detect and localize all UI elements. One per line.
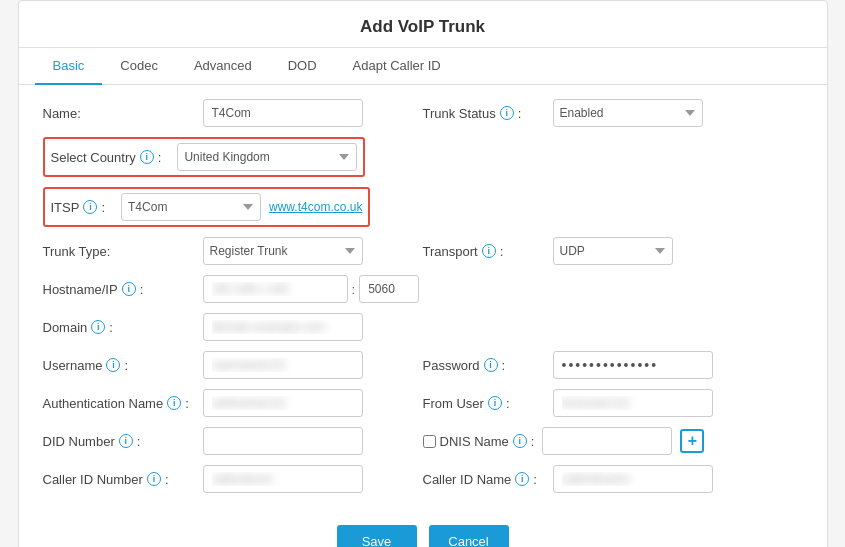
col-trunk-status: Trunk Status i : Enabled bbox=[423, 99, 803, 127]
did-info-icon: i bbox=[119, 434, 133, 448]
select-country-highlight: Select Country i : United Kingdom bbox=[43, 137, 366, 177]
modal-title: Add VoIP Trunk bbox=[19, 1, 827, 48]
password-input[interactable] bbox=[553, 351, 713, 379]
port-input[interactable] bbox=[359, 275, 419, 303]
cancel-button[interactable]: Cancel bbox=[429, 525, 509, 547]
tab-dod[interactable]: DOD bbox=[270, 48, 335, 85]
username-info-icon: i bbox=[106, 358, 120, 372]
caller-id-number-info-icon: i bbox=[147, 472, 161, 486]
itsp-select[interactable]: T4Com bbox=[121, 193, 261, 221]
dnis-name-input[interactable] bbox=[542, 427, 672, 455]
name-input[interactable] bbox=[203, 99, 363, 127]
row-username-password: Username i : Password i : bbox=[43, 351, 803, 379]
col-from-user: From User i : bbox=[423, 389, 803, 417]
username-input[interactable] bbox=[203, 351, 363, 379]
dnis-checkbox[interactable] bbox=[423, 435, 436, 448]
name-label: Name: bbox=[43, 106, 203, 121]
caller-id-name-info-icon: i bbox=[515, 472, 529, 486]
hostname-input[interactable] bbox=[203, 275, 348, 303]
port-separator: : bbox=[352, 282, 356, 297]
caller-id-name-label: Caller ID Name i : bbox=[423, 472, 553, 487]
dnis-name-label: DNIS Name i : bbox=[440, 434, 535, 449]
auth-name-info-icon: i bbox=[167, 396, 181, 410]
itsp-row-inner: ITSP i : T4Com www.t4com.co.uk bbox=[51, 193, 363, 221]
trunk-status-label: Trunk Status i : bbox=[423, 106, 553, 121]
col-username: Username i : bbox=[43, 351, 423, 379]
col-name: Name: bbox=[43, 99, 423, 127]
hostname-label: Hostname/IP i : bbox=[43, 282, 203, 297]
domain-label: Domain i : bbox=[43, 320, 203, 335]
password-label: Password i : bbox=[423, 358, 553, 373]
col-dnis: DNIS Name i : + bbox=[423, 427, 803, 455]
from-user-label: From User i : bbox=[423, 396, 553, 411]
did-number-label: DID Number i : bbox=[43, 434, 203, 449]
trunk-status-select[interactable]: Enabled bbox=[553, 99, 703, 127]
caller-id-number-input[interactable] bbox=[203, 465, 363, 493]
dnis-info-icon: i bbox=[513, 434, 527, 448]
trunk-type-label: Trunk Type: bbox=[43, 244, 203, 259]
tab-adapt-caller-id[interactable]: Adapt Caller ID bbox=[335, 48, 459, 85]
save-button[interactable]: Save bbox=[337, 525, 417, 547]
itsp-label: ITSP i : bbox=[51, 200, 114, 215]
did-number-input[interactable] bbox=[203, 427, 363, 455]
tab-codec[interactable]: Codec bbox=[102, 48, 176, 85]
auth-name-input[interactable] bbox=[203, 389, 363, 417]
username-label: Username i : bbox=[43, 358, 203, 373]
trunk-type-select[interactable]: Register Trunk bbox=[203, 237, 363, 265]
button-row: Save Cancel bbox=[19, 525, 827, 547]
caller-id-number-label: Caller ID Number i : bbox=[43, 472, 203, 487]
tab-basic[interactable]: Basic bbox=[35, 48, 103, 85]
from-user-input[interactable] bbox=[553, 389, 713, 417]
itsp-highlight: ITSP i : T4Com www.t4com.co.uk bbox=[43, 187, 371, 227]
plus-button[interactable]: + bbox=[680, 429, 704, 453]
caller-id-name-input[interactable] bbox=[553, 465, 713, 493]
domain-input[interactable] bbox=[203, 313, 363, 341]
transport-info-icon: i bbox=[482, 244, 496, 258]
col-trunk-type: Trunk Type: Register Trunk bbox=[43, 237, 423, 265]
row-select-country: Select Country i : United Kingdom bbox=[43, 137, 803, 177]
add-voip-trunk-modal: Add VoIP Trunk Basic Codec Advanced DOD … bbox=[18, 0, 828, 547]
itsp-info-icon: i bbox=[83, 200, 97, 214]
tab-bar: Basic Codec Advanced DOD Adapt Caller ID bbox=[19, 48, 827, 85]
row-trunk-type-transport: Trunk Type: Register Trunk Transport i :… bbox=[43, 237, 803, 265]
col-password: Password i : bbox=[423, 351, 803, 379]
trunk-status-info-icon: i bbox=[500, 106, 514, 120]
select-country-info-icon: i bbox=[140, 150, 154, 164]
transport-label: Transport i : bbox=[423, 244, 553, 259]
row-name-status: Name: Trunk Status i : Enabled bbox=[43, 99, 803, 127]
col-did: DID Number i : bbox=[43, 427, 423, 455]
form-body: Name: Trunk Status i : Enabled Select Co… bbox=[19, 85, 827, 511]
row-callerid: Caller ID Number i : Caller ID Name i : bbox=[43, 465, 803, 493]
col-auth-name: Authentication Name i : bbox=[43, 389, 423, 417]
password-info-icon: i bbox=[484, 358, 498, 372]
select-country-select[interactable]: United Kingdom bbox=[177, 143, 357, 171]
col-domain: Domain i : bbox=[43, 313, 803, 341]
row-domain: Domain i : bbox=[43, 313, 803, 341]
domain-info-icon: i bbox=[91, 320, 105, 334]
from-user-info-icon: i bbox=[488, 396, 502, 410]
col-caller-id-name: Caller ID Name i : bbox=[423, 465, 803, 493]
tab-advanced[interactable]: Advanced bbox=[176, 48, 270, 85]
select-country-label: Select Country i : bbox=[51, 150, 170, 165]
itsp-link[interactable]: www.t4com.co.uk bbox=[269, 200, 362, 214]
col-transport: Transport i : UDP bbox=[423, 237, 803, 265]
col-caller-id-number: Caller ID Number i : bbox=[43, 465, 423, 493]
col-hostname: Hostname/IP i : : bbox=[43, 275, 803, 303]
row-auth-from: Authentication Name i : From User i : bbox=[43, 389, 803, 417]
auth-name-label: Authentication Name i : bbox=[43, 396, 203, 411]
row-hostname: Hostname/IP i : : bbox=[43, 275, 803, 303]
row-did-dnis: DID Number i : DNIS Name i : + bbox=[43, 427, 803, 455]
transport-select[interactable]: UDP bbox=[553, 237, 673, 265]
hostname-info-icon: i bbox=[122, 282, 136, 296]
row-itsp: ITSP i : T4Com www.t4com.co.uk bbox=[43, 187, 803, 227]
